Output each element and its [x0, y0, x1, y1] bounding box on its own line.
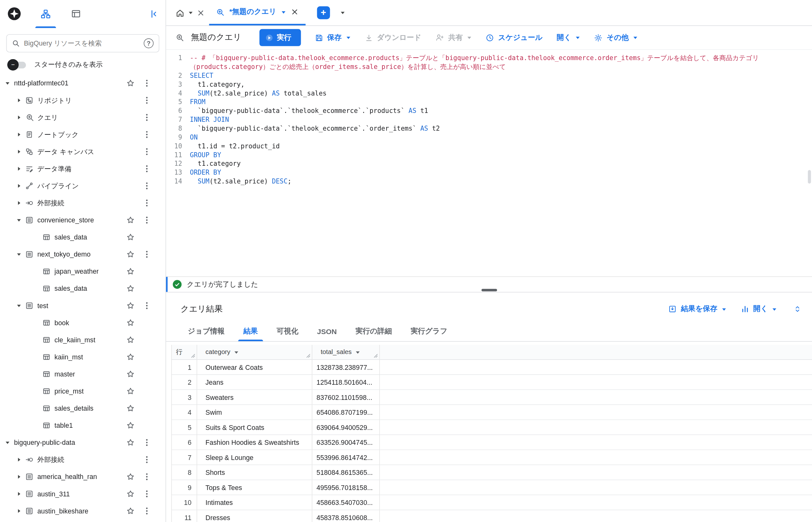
star-icon[interactable]	[127, 387, 135, 395]
results-tab-可視化[interactable]: 可視化	[267, 321, 308, 341]
code-text[interactable]: SUM(t2.sale_price) DESC;	[190, 177, 812, 186]
code-line[interactable]: 10 t1.id = t2.product_id	[166, 141, 812, 150]
tree-item-sales_data[interactable]: sales_data	[0, 280, 166, 297]
kebab-menu-icon[interactable]	[146, 182, 148, 190]
kebab-menu-icon[interactable]	[146, 199, 148, 207]
tree-item-nttd-platformtec01[interactable]: nttd-platformtec01	[0, 75, 166, 92]
chevron-right-icon[interactable]	[17, 183, 25, 188]
tree-item-convenience_store[interactable]: convenience_store	[0, 212, 166, 229]
chevron-down-icon[interactable]	[234, 349, 239, 354]
share-button[interactable]: 共有	[435, 33, 472, 42]
secondary-panel-icon[interactable]	[61, 0, 91, 28]
sql-code[interactable]: 1-- # 「bigquery-public-data.thelook_ecom…	[166, 54, 812, 186]
tree-item-test[interactable]: test	[0, 297, 166, 314]
tree-item-外部接続[interactable]: 外部接続	[0, 195, 166, 212]
chevron-right-icon[interactable]	[17, 509, 25, 514]
tree-item-table1[interactable]: table1	[0, 417, 166, 434]
chevron-right-icon[interactable]	[17, 491, 25, 496]
results-tab-実行の詳細[interactable]: 実行の詳細	[346, 321, 401, 341]
code-line[interactable]: 13ORDER BY	[166, 168, 812, 177]
open-button[interactable]: 開く	[557, 33, 580, 42]
tree-item-kaiin_mst[interactable]: kaiin_mst	[0, 348, 166, 365]
expand-panel-icon[interactable]	[793, 305, 801, 313]
code-line[interactable]: 1-- # 「bigquery-public-data.thelook_ecom…	[166, 54, 812, 71]
tree-item-外部接続[interactable]: 外部接続	[0, 451, 166, 468]
column-header-total_sales[interactable]: total_sales	[312, 345, 380, 360]
code-text[interactable]: -- # 「bigquery-public-data.thelook_ecomm…	[190, 54, 812, 71]
chevron-right-icon[interactable]	[17, 166, 25, 171]
editor-scrollbar[interactable]	[808, 170, 811, 184]
code-text[interactable]: t1.category,	[190, 80, 812, 88]
column-resize-icon[interactable]	[191, 354, 195, 358]
tab-overflow-icon[interactable]	[340, 11, 345, 15]
star-icon[interactable]	[127, 370, 135, 378]
code-text[interactable]: `bigquery-public-data`.`thelook_ecommerc…	[190, 124, 812, 133]
star-icon[interactable]	[127, 507, 135, 515]
tree-item-sales_details[interactable]: sales_details	[0, 400, 166, 417]
chevron-right-icon[interactable]	[17, 475, 25, 479]
kebab-menu-icon[interactable]	[146, 97, 148, 104]
star-icon[interactable]	[127, 79, 135, 87]
chevron-down-icon[interactable]	[17, 252, 25, 257]
star-icon[interactable]	[127, 302, 135, 310]
resource-searchbox[interactable]: ?	[6, 34, 159, 52]
tree-item-クエリ[interactable]: クエリ	[0, 109, 166, 126]
column-header-category[interactable]: category	[197, 345, 312, 360]
download-button[interactable]: ダウンロード	[364, 33, 421, 42]
star-icon[interactable]	[127, 285, 135, 293]
kebab-menu-icon[interactable]	[146, 165, 148, 173]
kebab-menu-icon[interactable]	[146, 79, 148, 87]
star-icon[interactable]	[127, 439, 135, 447]
star-icon[interactable]	[127, 216, 135, 224]
code-text[interactable]: SELECT	[190, 71, 812, 80]
code-line[interactable]: 9ON	[166, 133, 812, 142]
kebab-menu-icon[interactable]	[146, 130, 148, 139]
kebab-menu-icon[interactable]	[146, 473, 148, 481]
tree-item-sales_data[interactable]: sales_data	[0, 229, 166, 246]
kebab-menu-icon[interactable]	[146, 114, 148, 121]
chevron-right-icon[interactable]	[17, 115, 25, 120]
column-header-行[interactable]: 行	[171, 345, 197, 360]
chevron-down-icon[interactable]	[17, 218, 25, 222]
results-tab-実行グラフ[interactable]: 実行グラフ	[401, 321, 457, 341]
panel-resize-handle[interactable]	[481, 289, 497, 292]
save-button[interactable]: 保存	[315, 33, 350, 42]
code-line[interactable]: 8 `bigquery-public-data`.`thelook_ecomme…	[166, 124, 812, 133]
code-line[interactable]: 5FROM	[166, 97, 812, 106]
star-icon[interactable]	[127, 250, 135, 259]
code-line[interactable]: 4 SUM(t2.sale_price) AS total_sales	[166, 88, 812, 97]
chevron-down-icon[interactable]	[5, 81, 14, 86]
code-line[interactable]: 3 t1.category,	[166, 80, 812, 88]
tree-item-cle_kaiin_mst[interactable]: cle_kaiin_mst	[0, 331, 166, 348]
code-text[interactable]: ON	[190, 133, 812, 142]
tree-item-austin_311[interactable]: austin_311	[0, 485, 166, 502]
tree-item-パイプライン[interactable]: パイプライン	[0, 178, 166, 195]
code-line[interactable]: 12 t1.category	[166, 159, 812, 168]
chevron-right-icon[interactable]	[17, 132, 25, 137]
kebab-menu-icon[interactable]	[146, 456, 148, 464]
results-tab-結果[interactable]: 結果	[234, 321, 267, 341]
run-button[interactable]: 実行	[259, 29, 301, 46]
search-input[interactable]	[24, 40, 139, 47]
code-text[interactable]: SUM(t2.sale_price) AS total_sales	[190, 88, 812, 97]
code-text[interactable]: INNER JOIN	[190, 115, 812, 124]
star-icon[interactable]	[127, 490, 135, 498]
explorer-tab-icon[interactable]	[31, 0, 61, 28]
star-icon[interactable]	[127, 336, 135, 344]
kebab-menu-icon[interactable]	[146, 250, 148, 259]
code-text[interactable]: t1.category	[190, 159, 812, 168]
chevron-right-icon[interactable]	[17, 201, 25, 205]
chevron-right-icon[interactable]	[17, 458, 25, 462]
tree-item-america_health_ran[interactable]: america_health_ran	[0, 468, 166, 485]
code-text[interactable]: t1.id = t2.product_id	[190, 141, 812, 150]
chevron-down-icon[interactable]	[355, 349, 360, 354]
column-resize-icon[interactable]	[306, 354, 310, 358]
kebab-menu-icon[interactable]	[146, 490, 148, 498]
tree-item-austin_bikeshare[interactable]: austin_bikeshare	[0, 502, 166, 520]
code-text[interactable]: `bigquery-public-data`.`thelook_ecommerc…	[190, 106, 812, 115]
tree-item-データ キャンバス[interactable]: データ キャンバス	[0, 143, 166, 160]
star-icon[interactable]	[127, 421, 135, 429]
code-text[interactable]: FROM	[190, 97, 812, 106]
kebab-menu-icon[interactable]	[146, 507, 148, 515]
help-icon[interactable]: ?	[144, 38, 154, 48]
